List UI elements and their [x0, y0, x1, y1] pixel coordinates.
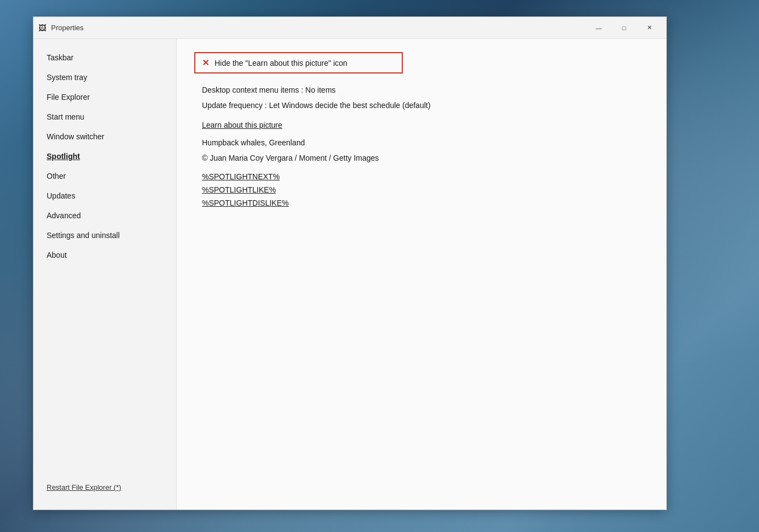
sidebar-item-advanced[interactable]: Advanced — [33, 206, 176, 225]
sidebar: Taskbar System tray File Explorer Start … — [33, 39, 176, 510]
title-bar-left: 🖼 Properties — [38, 24, 83, 32]
app-icon: 🖼 — [38, 24, 47, 32]
sidebar-item-file-explorer[interactable]: File Explorer — [33, 87, 176, 107]
sidebar-item-system-tray[interactable]: System tray — [33, 67, 176, 87]
title-bar-controls: — □ ✕ — [586, 19, 662, 37]
minimize-button[interactable]: — — [586, 19, 611, 37]
window-title: Properties — [51, 24, 83, 32]
learn-about-picture-link[interactable]: Learn about this picture — [202, 117, 649, 133]
spotlight-dislike-link[interactable]: %SPOTLIGHTDISLIKE% — [202, 196, 649, 210]
sidebar-footer: Restart File Explorer (*) — [33, 473, 176, 501]
update-frequency-row: Update frequency : Let Windows decide th… — [202, 98, 649, 113]
sidebar-item-taskbar[interactable]: Taskbar — [33, 48, 176, 67]
maximize-button[interactable]: □ — [611, 19, 637, 37]
desktop-context-text: Desktop context menu items : No items — [202, 86, 336, 94]
image-credit: © Juan Maria Coy Vergara / Moment / Gett… — [202, 150, 649, 166]
window-body: Taskbar System tray File Explorer Start … — [33, 39, 666, 510]
spotlight-next-link[interactable]: %SPOTLIGHTNEXT% — [202, 170, 649, 183]
properties-window: 🖼 Properties — □ ✕ Taskbar System tray F… — [33, 16, 667, 510]
sidebar-item-updates[interactable]: Updates — [33, 186, 176, 206]
restart-file-explorer-link[interactable]: Restart File Explorer (*) — [47, 483, 121, 491]
title-bar: 🖼 Properties — □ ✕ — [33, 17, 666, 39]
sidebar-item-about[interactable]: About — [33, 245, 176, 265]
main-content: ✕ Hide the "Learn about this picture" ic… — [176, 39, 666, 510]
sidebar-item-start-menu[interactable]: Start menu — [33, 107, 176, 127]
close-button[interactable]: ✕ — [637, 19, 662, 37]
update-frequency-text: Update frequency : Let Windows decide th… — [202, 101, 430, 110]
highlighted-hide-icon-row[interactable]: ✕ Hide the "Learn about this picture" ic… — [194, 52, 403, 73]
x-icon: ✕ — [202, 58, 209, 68]
sidebar-item-other[interactable]: Other — [33, 166, 176, 186]
hide-icon-text: Hide the "Learn about this picture" icon — [215, 59, 347, 67]
sidebar-nav: Taskbar System tray File Explorer Start … — [33, 48, 176, 265]
sidebar-item-spotlight[interactable]: Spotlight — [33, 146, 176, 166]
spotlight-like-link[interactable]: %SPOTLIGHTLIKE% — [202, 183, 649, 196]
sidebar-item-window-switcher[interactable]: Window switcher — [33, 127, 176, 146]
image-title: Humpback whales, Greenland — [202, 135, 649, 150]
desktop-context-row: Desktop context menu items : No items — [202, 82, 649, 98]
sidebar-item-settings-and-uninstall[interactable]: Settings and uninstall — [33, 225, 176, 245]
